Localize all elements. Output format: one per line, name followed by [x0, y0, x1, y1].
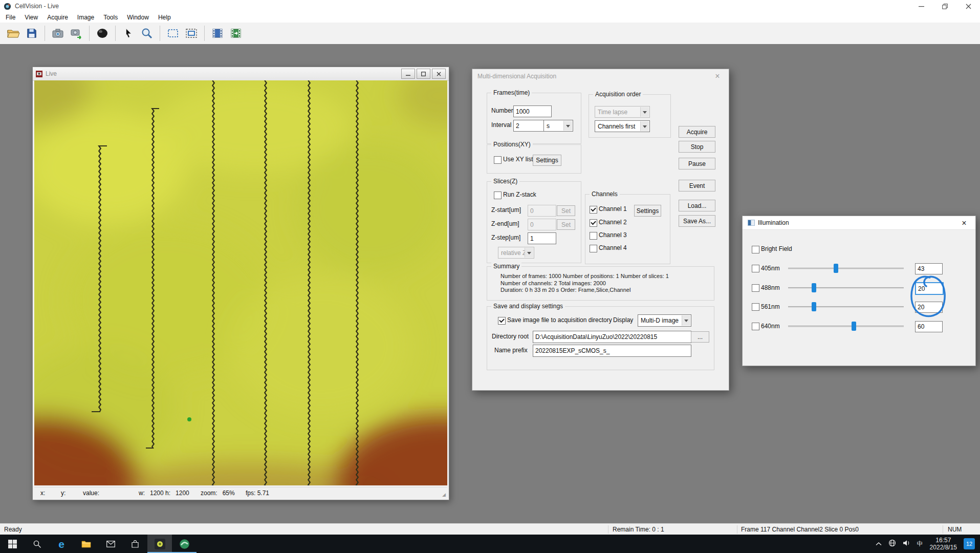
open-folder-button[interactable]: [4, 25, 23, 42]
menu-image[interactable]: Image: [73, 12, 99, 23]
film-record-button[interactable]: [208, 25, 227, 42]
window-title: CellVision - Live: [15, 3, 59, 10]
live-maximize-button[interactable]: [417, 69, 430, 79]
menu-help[interactable]: Help: [154, 12, 176, 23]
channel-settings-button[interactable]: Settings: [634, 205, 661, 217]
channel-4-checkbox[interactable]: [590, 245, 597, 252]
restore-button[interactable]: [933, 0, 956, 12]
channel-2-checkbox[interactable]: [590, 219, 597, 227]
channel-3-checkbox[interactable]: [590, 232, 597, 240]
app-titlebar[interactable]: CellVision - Live: [0, 0, 980, 13]
use-xy-list-checkbox[interactable]: [494, 156, 502, 164]
browse-button[interactable]: ...: [691, 331, 709, 343]
event-button[interactable]: Event: [679, 180, 715, 192]
minimize-button[interactable]: [909, 0, 933, 12]
channel-1-checkbox[interactable]: [590, 206, 597, 214]
taskbar-clock[interactable]: 16:57 2022/8/15: [930, 537, 957, 551]
taskbar-edge-button[interactable]: e: [49, 535, 74, 553]
mda-titlebar[interactable]: Multi-dimensional Acquisition ×: [472, 69, 729, 83]
menu-view[interactable]: View: [20, 12, 42, 23]
interval-input[interactable]: 2: [513, 120, 545, 132]
laser-405-value-input[interactable]: 43: [915, 263, 943, 274]
name-prefix-input[interactable]: 20220815EXP_sCMOS_s_: [533, 345, 691, 357]
live-image-view[interactable]: [34, 80, 447, 485]
pointer-button[interactable]: [119, 25, 138, 42]
tray-expand-chevron-icon[interactable]: [876, 540, 882, 547]
tray-badge-icon[interactable]: 12: [964, 538, 975, 549]
run-zstack-label: Run Z-stack: [503, 189, 536, 200]
xy-settings-button[interactable]: Settings: [533, 155, 561, 166]
laser-640-value-input[interactable]: 60: [915, 321, 943, 332]
slider-track: [788, 326, 904, 327]
menu-window[interactable]: Window: [122, 12, 154, 23]
laser-561-value-input[interactable]: 20: [915, 302, 943, 313]
taskbar-mail-button[interactable]: [98, 535, 123, 553]
slider-thumb[interactable]: [812, 283, 816, 292]
interval-unit-select[interactable]: s: [543, 120, 573, 132]
volume-icon[interactable]: [903, 540, 910, 548]
taskbar-cellvision-button[interactable]: [147, 535, 172, 553]
app-taskbar-icon: [179, 539, 190, 549]
menu-tools[interactable]: Tools: [99, 12, 122, 23]
taskbar-store-button[interactable]: [123, 535, 147, 553]
taskbar-search-button[interactable]: [25, 535, 49, 553]
save-button[interactable]: [23, 25, 41, 42]
resize-grip[interactable]: ◢: [442, 493, 446, 497]
close-button[interactable]: [956, 0, 980, 12]
illumination-close-button[interactable]: ×: [953, 216, 975, 230]
start-button[interactable]: [0, 535, 25, 553]
bright-field-checkbox[interactable]: [752, 246, 759, 253]
chevron-down-icon: [563, 121, 572, 131]
save-image-checkbox[interactable]: [498, 317, 506, 325]
slider-thumb[interactable]: [852, 322, 856, 331]
zstep-input[interactable]: 1: [528, 232, 556, 244]
network-icon[interactable]: [888, 539, 896, 548]
ime-indicator[interactable]: 中: [917, 540, 923, 548]
load-button[interactable]: Load...: [679, 200, 715, 211]
copy-camera-button[interactable]: [67, 25, 85, 42]
taskbar-explorer-button[interactable]: [74, 535, 98, 553]
laser-640-checkbox[interactable]: [752, 323, 759, 330]
laser-405-slider[interactable]: [788, 263, 904, 274]
slider-thumb[interactable]: [812, 302, 816, 311]
run-zstack-checkbox[interactable]: [494, 192, 502, 199]
save-as-button[interactable]: Save As...: [679, 215, 715, 227]
laser-561-checkbox[interactable]: [752, 303, 759, 311]
film-record-icon: [211, 27, 224, 39]
laser-row-488: 488nm 20: [743, 282, 975, 293]
display-mode-select[interactable]: Multi-D image: [638, 314, 691, 327]
acquire-button[interactable]: Acquire: [679, 126, 715, 138]
pause-button[interactable]: Pause: [679, 158, 715, 169]
objective-lens-button[interactable]: [93, 25, 112, 42]
roi-frame-button[interactable]: [182, 25, 201, 42]
menu-acquire[interactable]: Acquire: [42, 12, 73, 23]
channels-first-select[interactable]: Channels first: [595, 120, 650, 132]
menu-file[interactable]: File: [1, 12, 20, 23]
laser-405-checkbox[interactable]: [752, 265, 759, 272]
directory-root-input[interactable]: D:\AcquisitionData\LinyuZuo\2022\2022081…: [533, 331, 691, 343]
frames-number-input[interactable]: 1000: [513, 105, 552, 117]
live-close-button[interactable]: [432, 69, 446, 79]
live-titlebar[interactable]: Live: [33, 67, 449, 81]
roi-rectangle-button[interactable]: [164, 25, 182, 42]
slider-thumb[interactable]: [834, 264, 838, 273]
laser-488-value-input[interactable]: 20: [915, 282, 944, 295]
laser-488-checkbox[interactable]: [752, 284, 759, 292]
zoom-button[interactable]: [138, 25, 156, 42]
laser-488-slider[interactable]: [788, 282, 904, 293]
illumination-titlebar[interactable]: Illumination ×: [743, 216, 975, 230]
slider-track: [788, 268, 904, 269]
film-export-button[interactable]: [227, 25, 245, 42]
minimize-icon: [919, 4, 924, 9]
positions-group: Positions(XY) Use XY list Settings: [487, 144, 581, 174]
taskbar-app-button[interactable]: [172, 535, 197, 553]
fps-label: fps: 5.71: [246, 487, 269, 499]
stop-button[interactable]: Stop: [679, 141, 715, 153]
live-minimize-button[interactable]: [401, 69, 415, 79]
laser-640-slider[interactable]: [788, 321, 904, 332]
snapshot-camera-button[interactable]: [49, 25, 67, 42]
mda-close-button[interactable]: ×: [706, 69, 729, 83]
roi-frame-icon: [185, 27, 198, 39]
remain-time-status: Remain Time: 0 : 1: [613, 524, 664, 535]
laser-561-slider[interactable]: [788, 301, 904, 312]
